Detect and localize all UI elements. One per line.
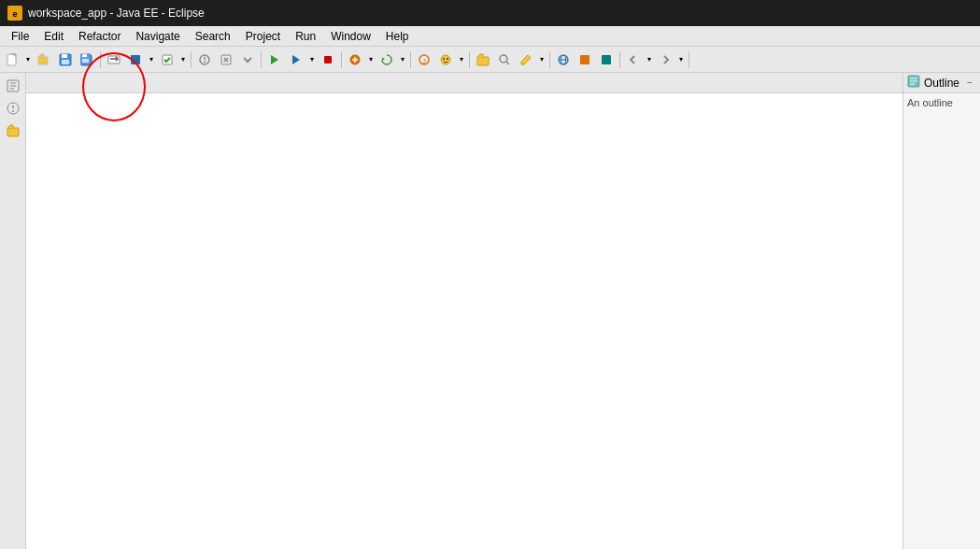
svg-rect-5 [38,57,48,64]
outline-icon [907,75,920,91]
editor-tabs [26,73,902,93]
svg-point-18 [204,61,206,63]
toolbar-sep-3 [261,51,262,68]
svg-marker-28 [382,57,385,60]
outline-minimize-btn[interactable]: − [963,77,976,90]
menu-bar: File Edit Refactor Navigate Search Proje… [0,26,980,47]
svg-rect-13 [108,56,120,63]
toolbar-sep-4 [341,51,342,68]
toolbar-checkbox-btn[interactable] [157,49,178,70]
outline-panel: Outline − □ An outline [902,73,980,549]
toolbar-btn-10[interactable]: J [414,49,434,70]
svg-rect-8 [62,60,69,64]
toolbar-btn-8[interactable] [345,49,365,70]
toolbar-btn-9[interactable] [376,49,397,70]
toolbar-globe-btn[interactable] [553,49,574,70]
toolbar-pencil-btn[interactable] [516,49,536,70]
app-icon: e [7,6,22,21]
svg-point-35 [500,55,507,63]
toolbar-save-btn[interactable] [55,49,76,70]
svg-point-33 [447,58,448,60]
toolbar-new-btn[interactable] [2,49,22,70]
main-area: Outline − □ An outline [0,73,980,549]
toolbar-btn-7[interactable] [237,49,258,70]
editor-content[interactable] [26,93,902,549]
svg-rect-7 [62,54,67,58]
toolbar-forward-btn[interactable] [655,49,675,70]
toolbar-smiley-dd[interactable]: ▾ [457,49,466,70]
title-bar: e workspace_app - Java EE - Eclipse [0,0,980,26]
toolbar-btn-4[interactable] [125,49,146,70]
sidebar-icon-1[interactable] [4,77,22,95]
toolbar-dd-2[interactable]: ▾ [147,49,156,70]
toolbar-save-all-btn[interactable] [77,49,97,70]
svg-rect-34 [477,57,489,65]
toolbar-run-btn[interactable] [264,49,285,70]
outline-body-text: An outline [907,97,953,108]
toolbar-back-btn[interactable] [623,49,644,70]
toolbar: ▾ ▾ [0,47,980,73]
toolbar-sep-1 [100,51,101,68]
outline-panel-controls: − □ [963,77,980,90]
toolbar-dd-3[interactable]: ▾ [178,49,188,70]
toolbar-btn-11[interactable] [575,49,595,70]
menu-file[interactable]: File [4,26,36,47]
toolbar-sep-7 [549,51,550,68]
menu-search[interactable]: Search [188,26,238,47]
outline-title: Outline [924,77,959,90]
toolbar-dd-6[interactable]: ▾ [398,49,407,70]
left-sidebar [0,73,26,549]
toolbar-sep-8 [619,51,620,68]
toolbar-sep-9 [689,51,689,68]
toolbar-sep-6 [469,51,470,68]
svg-text:e: e [12,9,17,19]
svg-rect-24 [324,56,332,63]
sidebar-icon-2[interactable] [4,99,22,118]
menu-run[interactable]: Run [288,26,323,47]
toolbar-back-dd[interactable]: ▾ [645,49,654,70]
menu-refactor[interactable]: Refactor [71,26,128,47]
menu-navigate[interactable]: Navigate [128,26,187,47]
toolbar-open-btn[interactable] [34,49,54,70]
window-title: workspace_app - Java EE - Eclipse [28,7,205,20]
toolbar-new-dropdown[interactable]: ▾ [23,49,33,70]
svg-marker-23 [292,55,300,64]
toolbar-debug-btn[interactable] [286,49,306,70]
menu-edit[interactable]: Edit [36,26,71,47]
menu-project[interactable]: Project [238,26,288,47]
svg-point-46 [12,110,14,112]
toolbar-btn-12[interactable] [596,49,617,70]
toolbar-dd-5[interactable]: ▾ [366,49,376,70]
svg-rect-11 [82,54,87,57]
toolbar-stop-btn[interactable] [318,49,338,70]
toolbar-sep-2 [191,51,192,68]
svg-rect-12 [82,59,89,63]
outline-header: Outline − □ [903,73,980,93]
menu-window[interactable]: Window [323,26,378,47]
svg-point-32 [443,58,445,60]
toolbar-search-btn[interactable] [494,49,515,70]
toolbar-btn-6[interactable] [216,49,236,70]
toolbar-sep-5 [410,51,411,68]
toolbar-folder-btn[interactable] [473,49,493,70]
menu-help[interactable]: Help [378,26,417,47]
outline-content: An outline [903,93,980,112]
svg-rect-47 [7,128,19,136]
toolbar-run-dd[interactable]: ▾ [307,49,317,70]
toolbar-pencil-dd[interactable]: ▾ [537,49,547,70]
svg-marker-22 [271,55,278,64]
toolbar-btn-3[interactable] [104,49,124,70]
toolbar-forward-dd[interactable]: ▾ [676,49,686,70]
svg-text:J: J [422,57,426,65]
editor-area [26,73,902,549]
toolbar-smiley-btn[interactable] [435,49,456,70]
toolbar-btn-5[interactable] [194,49,215,70]
sidebar-icon-3[interactable] [4,121,22,140]
svg-line-36 [506,62,509,64]
